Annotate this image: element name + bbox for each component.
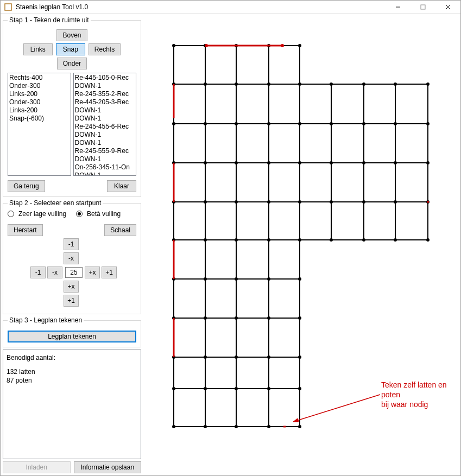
left-button[interactable]: Links bbox=[23, 43, 53, 55]
list-item[interactable]: DOWN-1 bbox=[75, 139, 135, 147]
list-item[interactable]: Links-200 bbox=[9, 106, 70, 115]
svg-point-91 bbox=[298, 316, 301, 320]
list-item[interactable]: DOWN-1 bbox=[75, 131, 135, 139]
svg-point-59 bbox=[298, 161, 301, 164]
svg-point-103 bbox=[204, 425, 207, 428]
svg-point-100 bbox=[267, 387, 270, 390]
status-output: Benodigd aantal: 132 latten 87 poten bbox=[3, 350, 141, 459]
svg-point-98 bbox=[204, 387, 207, 390]
close-button[interactable] bbox=[435, 1, 460, 14]
step-value-input[interactable] bbox=[65, 267, 83, 278]
svg-point-88 bbox=[204, 316, 207, 320]
scale-button[interactable]: Schaal bbox=[104, 224, 136, 236]
radio-low-fill[interactable]: Zeer lage vulling bbox=[8, 210, 66, 218]
list-item[interactable]: Onder-300 bbox=[9, 98, 70, 106]
minus1-y-button[interactable]: -1 bbox=[64, 238, 79, 250]
svg-point-54 bbox=[426, 122, 430, 125]
svg-line-116 bbox=[293, 395, 380, 422]
svg-point-46 bbox=[172, 122, 175, 125]
svg-point-105 bbox=[267, 425, 270, 428]
list-item[interactable]: DOWN-1 bbox=[75, 115, 135, 123]
list-item[interactable]: Onder-300 bbox=[9, 82, 70, 90]
svg-point-84 bbox=[235, 277, 238, 281]
list-item[interactable]: Re-245-355-2-Rec bbox=[75, 90, 135, 98]
plus1-x-button[interactable]: +1 bbox=[102, 266, 117, 278]
plusx-y-button[interactable]: +x bbox=[64, 281, 79, 293]
snap-button[interactable]: Snap bbox=[56, 43, 85, 55]
list-item[interactable]: On-256-345-11-On bbox=[75, 163, 135, 172]
minimize-button[interactable] bbox=[386, 1, 411, 14]
list-item[interactable]: Re-245-555-9-Rec bbox=[75, 147, 135, 155]
status-latten: 132 latten bbox=[7, 367, 137, 376]
list-item[interactable]: DOWN-1 bbox=[75, 155, 135, 163]
step2-group: Stap 2 - Selecteer een startpunt Zeer la… bbox=[3, 199, 141, 314]
svg-point-96 bbox=[298, 356, 301, 359]
svg-point-77 bbox=[298, 238, 301, 242]
minusx-y-button[interactable]: -x bbox=[64, 252, 79, 264]
svg-point-70 bbox=[362, 200, 365, 204]
list-item[interactable]: Re-245-455-6-Rec bbox=[75, 123, 135, 131]
maximize-button[interactable] bbox=[411, 1, 435, 14]
step1-group: Stap 1 - Teken de ruimte uit Boven Links… bbox=[3, 16, 141, 197]
svg-point-69 bbox=[330, 200, 333, 204]
minusx-x-button[interactable]: -x bbox=[47, 266, 62, 278]
list-item[interactable]: Re-445-205-3-Rec bbox=[75, 98, 135, 106]
svg-marker-5 bbox=[174, 46, 428, 427]
down-button[interactable]: Onder bbox=[57, 58, 87, 69]
svg-point-61 bbox=[362, 161, 365, 164]
svg-point-45 bbox=[426, 82, 430, 86]
svg-point-93 bbox=[204, 356, 207, 359]
svg-point-89 bbox=[235, 316, 238, 320]
list-item[interactable]: Re-445-105-0-Rec bbox=[75, 74, 135, 82]
status-title: Benodigd aantal: bbox=[7, 353, 137, 362]
svg-point-76 bbox=[267, 238, 270, 242]
step3-legend: Stap 3 - Legplan tekenen bbox=[8, 316, 84, 324]
svg-point-42 bbox=[330, 82, 333, 86]
up-button[interactable]: Boven bbox=[56, 29, 87, 41]
list-item[interactable]: DOWN-1 bbox=[75, 82, 135, 90]
list-item[interactable]: Rechts-400 bbox=[9, 74, 70, 82]
radio-beta-fill[interactable]: Betà vulling bbox=[76, 210, 121, 218]
list-item[interactable]: Links-200 bbox=[9, 90, 70, 98]
step3-group: Stap 3 - Legplan tekenen Legplan tekenen bbox=[3, 316, 141, 347]
restart-button[interactable]: Herstart bbox=[8, 224, 43, 236]
status-poten: 87 poten bbox=[7, 376, 137, 385]
save-button[interactable]: Informatie opslaan bbox=[74, 461, 142, 473]
svg-point-62 bbox=[394, 161, 397, 164]
plusx-x-button[interactable]: +x bbox=[85, 266, 100, 278]
drawing-canvas[interactable]: Teken zelf latten en poten bij waar nodi… bbox=[143, 16, 458, 473]
done-button[interactable]: Klaar bbox=[107, 180, 136, 192]
svg-point-74 bbox=[204, 238, 207, 242]
back-button[interactable]: Ga terug bbox=[8, 180, 45, 192]
plus1-y-button[interactable]: +1 bbox=[64, 295, 79, 307]
svg-rect-2 bbox=[421, 5, 425, 9]
minus1-x-button[interactable]: -1 bbox=[30, 266, 46, 278]
svg-point-52 bbox=[362, 122, 365, 125]
list-item[interactable]: DOWN-1 bbox=[75, 172, 135, 176]
load-button[interactable]: Inladen bbox=[3, 461, 71, 473]
svg-point-43 bbox=[362, 82, 365, 86]
svg-point-71 bbox=[394, 200, 397, 204]
step1-legend: Stap 1 - Teken de ruimte uit bbox=[8, 16, 91, 24]
list-item[interactable]: Snap-(-600) bbox=[9, 115, 70, 123]
list-item[interactable]: DOWN-1 bbox=[75, 106, 135, 115]
svg-point-97 bbox=[172, 387, 175, 390]
svg-point-115 bbox=[281, 44, 284, 47]
svg-point-38 bbox=[204, 82, 207, 86]
commands-listbox[interactable]: Rechts-400Onder-300Links-200Onder-300Lin… bbox=[8, 73, 71, 176]
svg-point-49 bbox=[267, 122, 270, 125]
window-title: Staenis legplan Tool v1.0 bbox=[16, 3, 88, 11]
svg-point-78 bbox=[330, 238, 333, 242]
svg-point-99 bbox=[235, 387, 238, 390]
app-icon bbox=[4, 3, 12, 11]
segments-listbox[interactable]: Re-445-105-0-RecDOWN-1Re-245-355-2-RecRe… bbox=[73, 73, 137, 176]
svg-point-48 bbox=[235, 122, 238, 125]
svg-point-114 bbox=[205, 44, 208, 47]
svg-point-47 bbox=[204, 122, 207, 125]
svg-point-79 bbox=[362, 238, 365, 242]
right-button[interactable]: Rechts bbox=[89, 43, 121, 55]
svg-rect-0 bbox=[5, 4, 11, 10]
draw-legplan-button[interactable]: Legplan tekenen bbox=[8, 331, 136, 342]
svg-point-32 bbox=[172, 44, 175, 47]
svg-point-50 bbox=[298, 122, 301, 125]
